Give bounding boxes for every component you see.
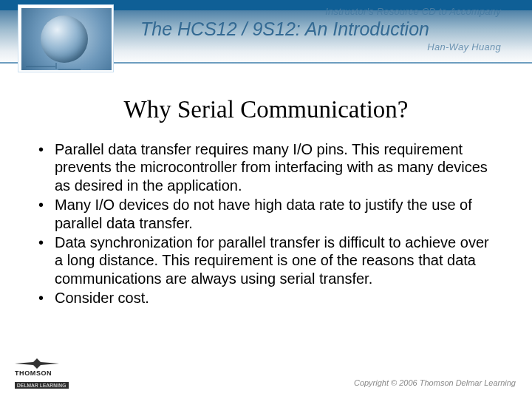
- globe-icon: [21, 8, 112, 70]
- publisher-logo: THOMSON DELMAR LEARNING: [15, 358, 69, 390]
- star-icon: [15, 358, 59, 369]
- copyright: Copyright © 2006 Thomson Delmar Learning: [354, 378, 516, 387]
- page-title: Why Serial Communication?: [0, 96, 532, 123]
- publisher-brand: THOMSON: [15, 369, 69, 377]
- book-title: The HCS12 / 9S12: An Introduction: [140, 17, 517, 40]
- tagline: Instructor's Resource CD to Accompany: [140, 6, 517, 17]
- bullet-list: Parallel data transfer requires many I/O…: [35, 140, 501, 307]
- header-band: Instructor's Resource CD to Accompany Th…: [0, 0, 532, 71]
- list-item: Consider cost.: [35, 289, 501, 307]
- book-title-main: HCS12 / 9S12: An Introduction: [177, 18, 429, 39]
- footer: THOMSON DELMAR LEARNING Copyright © 2006…: [0, 366, 532, 393]
- list-item: Data synchronization for parallel transf…: [35, 233, 501, 287]
- book-title-prefix: The: [140, 18, 177, 39]
- list-item: Many I/O devices do not have high data r…: [35, 196, 501, 232]
- body-content: Parallel data transfer requires many I/O…: [35, 140, 501, 309]
- author: Han-Way Huang: [140, 40, 517, 52]
- slide: Instructor's Resource CD to Accompany Th…: [0, 0, 532, 399]
- publisher-imprint: DELMAR LEARNING: [15, 382, 69, 389]
- header-text-block: Instructor's Resource CD to Accompany Th…: [140, 6, 517, 52]
- globe-logo: [18, 4, 114, 72]
- list-item: Parallel data transfer requires many I/O…: [35, 140, 501, 194]
